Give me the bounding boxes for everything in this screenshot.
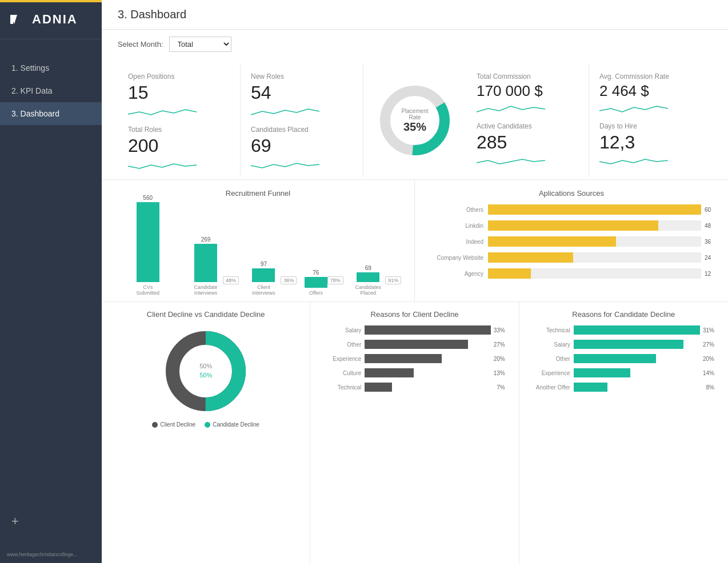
kpi-total-roles-label: Total Roles (128, 126, 230, 134)
kpi-avg-commission: Avg. Commission Rate 2 464 $ Days to Hir… (589, 65, 712, 176)
candidate-decline-panel: Reasons for Candidate Decline Technical … (519, 302, 728, 563)
candidate-decline-another-offer: Another Offer 8% (533, 383, 714, 392)
kpi-days-to-hire-label: Days to Hire (599, 122, 702, 130)
kpi-new-roles-label: New Roles (251, 73, 353, 81)
kpi-open-positions: Open Positions 15 Total Roles 200 (118, 65, 241, 176)
legend-candidate-decline: Candidate Decline (205, 421, 259, 428)
kpi-total-commission-sparkline (477, 103, 578, 114)
client-decline-salary: Salary 33% (324, 325, 505, 335)
candidate-decline-title: Reasons for Candidate Decline (531, 310, 717, 319)
application-sources-title: Aplications Sources (426, 189, 717, 198)
candidate-decline-chart: Technical 31% Salary 27% Other 20% Exper… (531, 325, 717, 392)
funnel-bar-client-interviews: 97 Client Interviews 36% (246, 261, 281, 296)
app-source-linkedin: Linkdin 48 (432, 220, 711, 231)
funnel-chart: 560 CVs Submitted 269 Candidate Intervie… (113, 204, 403, 296)
decline-legend: Client Decline Candidate Decline (152, 421, 259, 428)
kpi-total-roles-value: 200 (128, 136, 230, 156)
client-decline-title: Reasons for Client Decline (322, 310, 507, 319)
decline-comparison-panel: Client Decline vs Candidate Decline 50% … (102, 302, 310, 563)
decline-donut-section: 50% 50% Client Decline Candidate Decline (113, 325, 298, 428)
filter-row: Select Month: Total January February (102, 30, 728, 59)
kpi-open-positions-sparkline (128, 106, 230, 118)
sidebar-item-kpi[interactable]: 2. KPI Data (0, 79, 102, 102)
sidebar-item-settings[interactable]: 1. Settings (0, 57, 102, 79)
kpi-new-roles-value: 54 (251, 83, 353, 103)
recruitment-funnel-panel: Recruitment Funnel 560 CVs Submitted 269… (102, 180, 415, 301)
kpi-total-commission-label: Total Commission (477, 73, 578, 81)
candidate-decline-other: Other 20% (533, 354, 714, 363)
kpi-section: Open Positions 15 Total Roles 200 New R (102, 59, 728, 180)
legend-client-decline: Client Decline (152, 421, 195, 428)
charts-section: Recruitment Funnel 560 CVs Submitted 269… (102, 180, 728, 302)
kpi-days-to-hire-value: 12,3 (599, 132, 702, 152)
kpi-avg-commission-label: Avg. Commission Rate (599, 73, 702, 81)
kpi-days-to-hire-sparkline (599, 156, 702, 167)
kpi-open-positions-label: Open Positions (128, 73, 230, 81)
funnel-bar-placed: 69 Candidates Placed 91% (351, 265, 385, 296)
kpi-avg-commission-sparkline (599, 103, 702, 114)
placement-donut: Placement Rate 35% (375, 81, 455, 160)
kpi-placement-rate: Placement Rate 35% (363, 65, 466, 176)
kpi-avg-commission-value: 2 464 $ (599, 83, 702, 99)
decline-donut: 50% 50% (160, 325, 251, 417)
page-title: 3. Dashboard (118, 8, 186, 21)
app-source-agency: Agency 12 (432, 268, 711, 279)
kpi-new-roles-sparkline (251, 106, 353, 118)
client-decline-panel: Reasons for Client Decline Salary 33% Ot… (310, 302, 519, 563)
candidate-decline-technical: Technical 31% (533, 325, 714, 335)
app-sources-chart: Others 60 Linkdin 48 Indeed 36 Company W… (426, 204, 717, 279)
main-content: 3. Dashboard Select Month: Total January… (102, 0, 728, 563)
kpi-active-candidates-value: 285 (477, 132, 578, 152)
kpi-candidates-placed-sparkline (251, 159, 353, 171)
app-source-indeed: Indeed 36 (432, 236, 711, 247)
kpi-open-positions-value: 15 (128, 83, 230, 103)
funnel-bar-cvs: 560 CVs Submitted (131, 195, 165, 296)
kpi-candidates-placed-label: Candidates Placed (251, 126, 353, 134)
filter-label: Select Month: (118, 40, 163, 49)
candidate-decline-salary: Salary 27% (533, 340, 714, 349)
kpi-active-candidates-sparkline (477, 156, 578, 167)
kpi-candidates-placed-value: 69 (251, 136, 353, 156)
client-decline-technical: Technical 7% (324, 383, 505, 392)
month-select[interactable]: Total January February (169, 37, 231, 52)
logo-text: ADNIA (32, 12, 78, 27)
kpi-total-roles-sparkline (128, 159, 230, 171)
sidebar-footer: www.heritagechristiancollege... (0, 546, 102, 563)
funnel-bar-candidate-interviews: 269 Candidate Interviews 48% (189, 236, 223, 296)
kpi-active-candidates-label: Active Candidates (477, 122, 578, 130)
top-accent-bar (0, 0, 102, 2)
sidebar-logo: ADNIA (0, 0, 102, 39)
app-source-company-website: Company Website 24 (432, 252, 711, 263)
kpi-total-commission: Total Commission 170 000 $ Active Candid… (466, 65, 589, 176)
funnel-bar-offers: 76 Offers 78% (305, 270, 327, 296)
client-decline-other: Other 27% (324, 340, 505, 349)
sidebar-nav: 1. Settings 2. KPI Data 3. Dashboard (0, 57, 102, 546)
main-header: 3. Dashboard (102, 0, 728, 30)
application-sources-panel: Aplications Sources Others 60 Linkdin 48… (415, 180, 728, 301)
sidebar: ADNIA 1. Settings 2. KPI Data 3. Dashboa… (0, 0, 102, 563)
sidebar-item-dashboard[interactable]: 3. Dashboard (0, 102, 102, 125)
add-button[interactable]: + (11, 514, 19, 529)
logo-icon (9, 10, 27, 29)
app-source-others: Others 60 (432, 204, 711, 215)
decline-comparison-title: Client Decline vs Candidate Decline (113, 310, 298, 319)
client-decline-culture: Culture 13% (324, 368, 505, 377)
placement-rate-label: Placement Rate 35% (395, 108, 435, 134)
kpi-new-roles: New Roles 54 Candidates Placed 69 (241, 65, 363, 176)
client-decline-chart: Salary 33% Other 27% Experience 20% Cult… (322, 325, 507, 392)
client-decline-experience: Experience 20% (324, 354, 505, 363)
kpi-total-commission-value: 170 000 $ (477, 83, 578, 99)
bottom-section: Client Decline vs Candidate Decline 50% … (102, 302, 728, 563)
candidate-decline-experience: Experience 14% (533, 368, 714, 377)
